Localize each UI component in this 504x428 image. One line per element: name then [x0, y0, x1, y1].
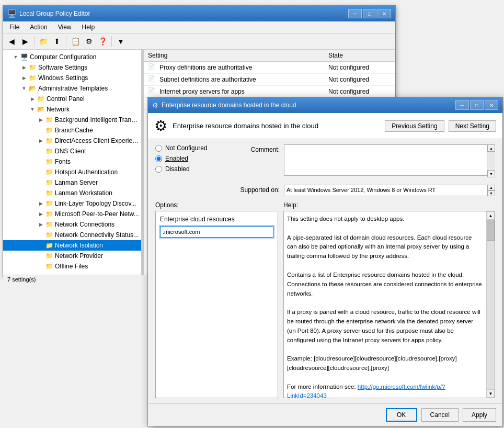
tree-item-network-isolation[interactable]: ▶ 📁 Network Isolation: [3, 240, 141, 251]
tree-item-dns[interactable]: ▶ 📁 DNS Client: [3, 146, 141, 156]
prev-setting-button[interactable]: Previous Setting: [385, 120, 444, 132]
tree-item-windows-settings[interactable]: ▶ 📁 Windows Settings: [3, 73, 141, 83]
folder-icon: 📁: [45, 252, 53, 260]
expand-icon[interactable]: ▶: [37, 231, 45, 239]
help-p4: If a proxy is paired with a cloud resour…: [287, 308, 483, 345]
help-scroll-down[interactable]: ▼: [487, 389, 495, 398]
close-button[interactable]: ✕: [377, 9, 391, 18]
tree-label: Network Isolation: [55, 242, 103, 249]
dialog-maximize-button[interactable]: □: [470, 100, 484, 110]
radio-enabled[interactable]: Enabled: [155, 155, 228, 162]
folder-icon: 📁: [37, 95, 45, 103]
expand-icon[interactable]: ▶: [37, 137, 45, 145]
top-section: Not Configured Enabled Disabled Comment:: [155, 144, 495, 196]
show-hide-action-pane[interactable]: 📋: [69, 35, 82, 48]
tree-item-branchcache[interactable]: ▶ 📁 BranchCache: [3, 125, 141, 136]
tree-item-network-connections[interactable]: ▶ 📁 Network Connections: [3, 219, 141, 230]
tree-item-link-layer[interactable]: ▶ 📁 Link-Layer Topology Discov...: [3, 198, 141, 209]
list-row[interactable]: 📄 Subnet definitions are authoritative N…: [144, 74, 395, 86]
filter-button[interactable]: ▼: [114, 35, 127, 48]
tree-item-lanman-workstation[interactable]: ▶ 📁 Lanman Workstation: [3, 188, 141, 198]
properties-button[interactable]: ⚙: [83, 35, 95, 48]
folder-icon: 📁: [45, 220, 53, 229]
menu-help[interactable]: Help: [78, 22, 99, 32]
expand-icon[interactable]: ▶: [37, 147, 45, 155]
menu-view[interactable]: View: [54, 22, 76, 32]
expand-icon[interactable]: ▶: [37, 252, 45, 260]
expand-icon[interactable]: ▶: [37, 189, 45, 197]
dialog-title-buttons: ─ □ ✕: [455, 100, 498, 110]
expand-icon[interactable]: ▼: [28, 105, 37, 114]
dialog-close-button[interactable]: ✕: [485, 100, 498, 110]
help-scroll-up[interactable]: ▲: [487, 211, 495, 220]
tree-item-computer-config[interactable]: ▼ 🖥️ Computer Configuration: [3, 52, 141, 62]
radio-not-configured-input[interactable]: [155, 145, 162, 152]
expand-icon[interactable]: ▶: [37, 220, 45, 229]
comment-scroll-down[interactable]: ▼: [487, 170, 495, 177]
up-button[interactable]: ⬆: [51, 35, 63, 48]
expand-icon[interactable]: ▶: [37, 168, 45, 176]
col-state-header: State: [328, 52, 391, 59]
expand-icon[interactable]: ▶: [20, 74, 28, 82]
supported-container: At least Windows Server 2012, Windows 8 …: [284, 185, 495, 196]
radio-enabled-label: Enabled: [165, 155, 188, 162]
tree-item-network[interactable]: ▼ 📂 Network: [3, 104, 141, 115]
tree-item-hotspot[interactable]: ▶ 📁 Hotspot Authentication: [3, 167, 141, 177]
comment-label: Comment:: [237, 144, 284, 153]
expand-icon[interactable]: ▶: [37, 157, 45, 166]
expand-icon[interactable]: ▶: [37, 210, 45, 218]
tree-item-network-provider[interactable]: ▶ 📁 Network Provider: [3, 251, 141, 261]
radio-enabled-input[interactable]: [155, 155, 162, 162]
supported-scroll-up[interactable]: ▲: [487, 185, 495, 190]
help-link[interactable]: http://go.microsoft.com/fwlink/p/?LinkId…: [287, 384, 445, 398]
menu-file[interactable]: File: [5, 22, 24, 32]
ok-button[interactable]: OK: [386, 408, 417, 422]
minimize-button[interactable]: ─: [348, 9, 362, 18]
expand-icon[interactable]: ▶: [37, 178, 45, 187]
next-setting-button[interactable]: Next Setting: [449, 120, 496, 132]
tree-item-software-settings[interactable]: ▶ 📁 Software Settings: [3, 62, 141, 73]
expand-icon[interactable]: ▶: [37, 116, 45, 124]
tree-item-control-panel[interactable]: ▶ 📁 Control Panel: [3, 94, 141, 104]
expand-icon[interactable]: ▶: [20, 63, 28, 72]
tree-label: Administrative Templates: [38, 85, 108, 92]
tree-item-offline-files[interactable]: ▶ 📁 Offline Files: [3, 261, 141, 272]
expand-icon[interactable]: ▶: [37, 199, 45, 208]
dialog-minimize-button[interactable]: ─: [455, 100, 469, 110]
expand-icon[interactable]: ▶: [37, 126, 45, 134]
toolbar-separator-2: [66, 36, 66, 47]
maximize-button[interactable]: □: [363, 9, 376, 18]
help-scroll-thumb: [487, 220, 495, 241]
menu-action[interactable]: Action: [26, 22, 51, 32]
back-button[interactable]: ◀: [5, 35, 18, 48]
radio-disabled[interactable]: Disabled: [155, 165, 228, 173]
forward-button[interactable]: ▶: [19, 35, 31, 48]
tree-item-admin-templates[interactable]: ▼ 📂 Administrative Templates: [3, 83, 141, 94]
supported-scroll-down[interactable]: ▼: [487, 190, 495, 196]
tree-item-ms-p2p[interactable]: ▶ 📁 Microsoft Peer-to-Peer Netw...: [3, 209, 141, 219]
radio-not-configured[interactable]: Not Configured: [155, 144, 228, 152]
expand-icon[interactable]: ▶: [37, 241, 45, 250]
apply-button[interactable]: Apply: [463, 408, 496, 422]
expand-icon[interactable]: ▼: [12, 53, 20, 61]
tree-label: Link-Layer Topology Discov...: [55, 200, 136, 207]
expand-icon[interactable]: ▼: [20, 84, 28, 93]
expand-icon[interactable]: ▶: [28, 95, 37, 103]
show-hide-console-tree[interactable]: 📁: [37, 35, 50, 48]
list-row[interactable]: 📄 Proxy definitions are authoritative No…: [144, 62, 395, 74]
tree-item-network-connectivity[interactable]: ▶ 📁 Network Connectivity Status...: [3, 230, 141, 240]
tree-item-directaccess[interactable]: ▶ 📁 DirectAccess Client Experien...: [3, 136, 141, 146]
tree-item-lanman-server[interactable]: ▶ 📁 Lanman Server: [3, 177, 141, 188]
tree-item-background[interactable]: ▶ 📁 Background Intelligent Trans...: [3, 115, 141, 125]
list-row[interactable]: 📄 Internet proxy servers for apps Not co…: [144, 86, 395, 98]
tree-item-fonts[interactable]: ▶ 📁 Fonts: [3, 156, 141, 167]
help-toolbar-button[interactable]: ❓: [96, 35, 109, 48]
supported-row: Supported on: At least Windows Server 20…: [237, 185, 495, 196]
expand-icon[interactable]: ▶: [37, 262, 45, 271]
comment-scroll-up[interactable]: ▲: [487, 144, 495, 152]
options-field-input[interactable]: [160, 226, 273, 238]
folder-icon: 📁: [45, 178, 53, 187]
cancel-button[interactable]: Cancel: [421, 408, 459, 422]
comment-textarea[interactable]: [284, 144, 495, 176]
radio-disabled-input[interactable]: [155, 166, 162, 173]
